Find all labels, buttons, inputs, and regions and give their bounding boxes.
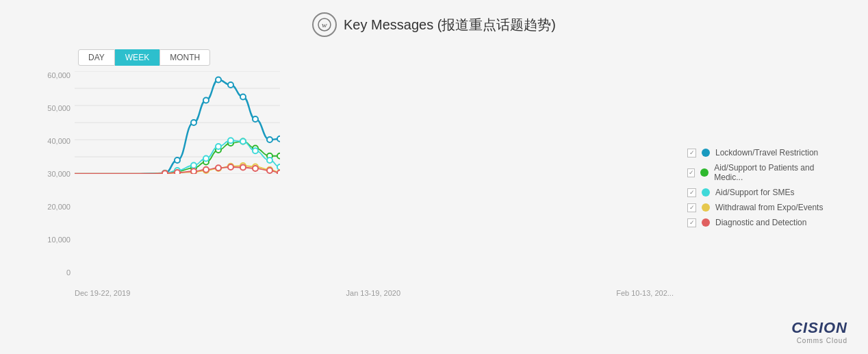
legend-item-lockdown: ✓ Lockdown/Travel Restriction bbox=[687, 148, 824, 157]
legend-checkbox-aid-patients[interactable]: ✓ bbox=[687, 168, 695, 177]
svg-point-34 bbox=[240, 139, 246, 144]
tab-row: DAY WEEK MONTH bbox=[78, 49, 831, 66]
svg-point-33 bbox=[228, 138, 233, 143]
chart-row: 0 10,000 20,000 30,000 40,000 50,000 60,… bbox=[37, 71, 831, 297]
tab-day[interactable]: DAY bbox=[78, 49, 115, 66]
svg-point-35 bbox=[253, 148, 258, 153]
svg-point-51 bbox=[203, 167, 209, 173]
y-label-30k: 30,000 bbox=[47, 170, 71, 178]
svg-point-55 bbox=[253, 166, 258, 171]
svg-point-36 bbox=[267, 157, 272, 163]
chart-svg bbox=[75, 71, 280, 174]
legend-dot-aid-smes bbox=[702, 188, 710, 197]
cision-logo: CISION Comms Cloud bbox=[791, 319, 847, 344]
legend-label-diagnostic: Diagnostic and Detection bbox=[715, 218, 806, 227]
chart-legend: ✓ Lockdown/Travel Restriction ✓ Aid/Supp… bbox=[674, 71, 831, 297]
x-label-dec: Dec 19-22, 2019 bbox=[75, 289, 130, 297]
svg-point-18 bbox=[277, 136, 280, 142]
svg-point-49 bbox=[175, 170, 180, 174]
legend-checkbox-aid-smes[interactable]: ✓ bbox=[687, 188, 696, 197]
svg-point-37 bbox=[277, 164, 280, 170]
svg-point-17 bbox=[267, 137, 272, 142]
svg-point-31 bbox=[203, 156, 209, 162]
svg-point-27 bbox=[277, 153, 280, 159]
cision-brand: CISION bbox=[791, 319, 847, 337]
svg-point-52 bbox=[216, 165, 221, 170]
legend-label-lockdown: Lockdown/Travel Restriction bbox=[715, 148, 818, 157]
y-label-20k: 20,000 bbox=[47, 203, 71, 211]
svg-point-48 bbox=[162, 170, 168, 174]
svg-point-11 bbox=[191, 120, 196, 125]
legend-dot-withdrawal bbox=[702, 203, 710, 212]
cision-sub: Comms Cloud bbox=[797, 337, 847, 344]
legend-item-withdrawal: ✓ Withdrawal from Expo/Events bbox=[687, 203, 824, 212]
legend-dot-lockdown bbox=[702, 149, 710, 157]
legend-label-aid-smes: Aid/Support for SMEs bbox=[715, 188, 794, 197]
svg-text:w: w bbox=[322, 21, 327, 29]
svg-point-56 bbox=[267, 168, 272, 173]
header-logo: w bbox=[312, 12, 337, 37]
svg-point-16 bbox=[253, 116, 258, 122]
svg-point-57 bbox=[277, 170, 280, 175]
legend-label-aid-patients: Aid/Support to Patients and Medic... bbox=[714, 163, 824, 182]
y-label-0: 0 bbox=[66, 268, 71, 277]
chart-main: 0 10,000 20,000 30,000 40,000 50,000 60,… bbox=[37, 71, 674, 297]
legend-checkbox-withdrawal[interactable]: ✓ bbox=[687, 203, 696, 212]
svg-point-10 bbox=[175, 157, 180, 163]
legend-checkbox-lockdown[interactable]: ✓ bbox=[687, 149, 696, 157]
svg-point-13 bbox=[216, 77, 221, 83]
x-label-feb: Feb 10-13, 202... bbox=[616, 289, 674, 297]
legend-dot-diagnostic bbox=[702, 218, 710, 227]
y-label-10k: 10,000 bbox=[47, 236, 71, 244]
legend-item-aid-patients: ✓ Aid/Support to Patients and Medic... bbox=[687, 163, 824, 182]
tab-month[interactable]: MONTH bbox=[159, 49, 210, 66]
chart-area: DAY WEEK MONTH 0 10,000 20,000 30,000 40… bbox=[37, 49, 831, 297]
x-label-jan: Jan 13-19, 2020 bbox=[346, 289, 401, 297]
svg-point-12 bbox=[203, 98, 209, 103]
tab-week[interactable]: WEEK bbox=[115, 49, 159, 66]
x-axis: Dec 19-22, 2019 Jan 13-19, 2020 Feb 10-1… bbox=[75, 278, 674, 297]
y-label-60k: 60,000 bbox=[47, 71, 71, 79]
svg-point-32 bbox=[216, 144, 221, 149]
svg-point-50 bbox=[191, 168, 196, 174]
legend-item-aid-smes: ✓ Aid/Support for SMEs bbox=[687, 188, 824, 197]
legend-label-withdrawal: Withdrawal from Expo/Events bbox=[715, 203, 823, 212]
y-label-40k: 40,000 bbox=[47, 137, 71, 145]
svg-point-54 bbox=[240, 165, 246, 170]
legend-item-diagnostic: ✓ Diagnostic and Detection bbox=[687, 218, 824, 227]
legend-checkbox-diagnostic[interactable]: ✓ bbox=[687, 218, 696, 227]
svg-point-53 bbox=[228, 164, 233, 170]
page-container: w Key Messages (报道重点话题趋势) DAY WEEK MONTH… bbox=[0, 0, 868, 354]
svg-point-30 bbox=[191, 163, 196, 168]
svg-point-15 bbox=[240, 94, 246, 100]
chart-title: Key Messages (报道重点话题趋势) bbox=[344, 16, 556, 34]
legend-dot-aid-patients bbox=[700, 168, 709, 177]
y-label-50k: 50,000 bbox=[47, 104, 71, 112]
svg-point-14 bbox=[228, 82, 233, 88]
chart-header: w Key Messages (报道重点话题趋势) bbox=[312, 12, 556, 37]
y-axis: 0 10,000 20,000 30,000 40,000 50,000 60,… bbox=[37, 71, 75, 277]
